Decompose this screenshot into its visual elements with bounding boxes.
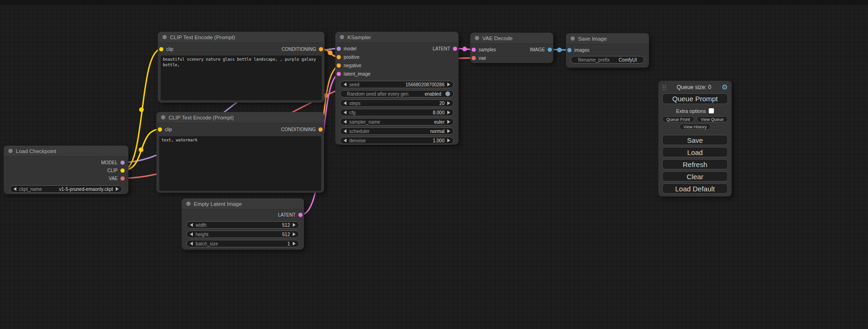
prev-value-arrow-icon[interactable]: [344, 101, 346, 105]
prev-value-arrow-icon[interactable]: [344, 111, 346, 114]
node-save-image[interactable]: Save Image images filename_prefix ComfyU…: [566, 33, 649, 68]
node-title-bar[interactable]: VAE Decode: [470, 33, 553, 44]
node-load-checkpoint[interactable]: Load Checkpoint MODEL CLIP VAE: [4, 146, 128, 194]
input-slot-vae[interactable]: vae: [472, 56, 486, 61]
queue-prompt-button[interactable]: Queue Prompt: [662, 93, 728, 104]
widget-ckpt-name[interactable]: ckpt_name v1-5-pruned-emaonly.ckpt: [10, 185, 122, 193]
collapse-dot-icon[interactable]: [571, 36, 575, 41]
extra-options-checkbox[interactable]: [709, 108, 714, 113]
widget-batch-size[interactable]: batch_size 1: [186, 240, 299, 247]
prev-value-arrow-icon[interactable]: [14, 187, 16, 191]
output-slot-conditioning[interactable]: CONDITIONING: [281, 127, 323, 132]
node-ksampler[interactable]: KSampler model LATENT positive: [335, 32, 459, 145]
widget-denoise[interactable]: denoise 1.000: [340, 137, 454, 144]
slot-dot[interactable]: [298, 213, 303, 217]
input-slot-clip[interactable]: clip: [158, 127, 172, 132]
drag-handle-icon[interactable]: [662, 84, 666, 90]
next-value-arrow-icon[interactable]: [293, 242, 296, 245]
widget-filename-prefix[interactable]: filename_prefix ComfyUI: [571, 56, 644, 63]
widget-scheduler[interactable]: scheduler normal: [340, 127, 454, 135]
output-slot-latent[interactable]: LATENT: [278, 212, 303, 217]
node-clip-text-encode-positive[interactable]: CLIP Text Encode (Prompt) clip CONDITION…: [158, 32, 325, 103]
node-title-bar[interactable]: CLIP Text Encode (Prompt): [156, 112, 324, 123]
save-button[interactable]: Save: [662, 135, 728, 145]
slot-dot[interactable]: [337, 63, 341, 68]
slot-dot[interactable]: [337, 72, 341, 76]
prev-value-arrow-icon[interactable]: [344, 139, 346, 142]
prompt-textarea[interactable]: text, watermark: [159, 136, 321, 191]
queue-front-button[interactable]: Queue Front: [662, 116, 694, 122]
collapse-dot-icon[interactable]: [8, 149, 13, 153]
output-slot-conditioning[interactable]: CONDITIONING: [282, 47, 323, 52]
next-value-arrow-icon[interactable]: [447, 83, 450, 86]
node-title-bar[interactable]: KSampler: [335, 32, 459, 43]
prev-value-arrow-icon[interactable]: [190, 223, 193, 227]
prompt-textarea[interactable]: beautiful scenery nature glass bottle la…: [161, 56, 322, 100]
input-slot-samples[interactable]: samples: [472, 47, 496, 52]
widget-random-seed-toggle[interactable]: Random seed after every gen enabled: [340, 90, 454, 98]
toggle-on-icon[interactable]: [445, 91, 450, 96]
output-slot-image[interactable]: IMAGE: [530, 47, 552, 52]
widget-cfg[interactable]: cfg 8.000: [340, 109, 454, 116]
slot-dot[interactable]: [319, 47, 323, 51]
prev-value-arrow-icon[interactable]: [344, 83, 346, 86]
node-clip-text-encode-negative[interactable]: CLIP Text Encode (Prompt) clip CONDITION…: [156, 112, 324, 193]
next-value-arrow-icon[interactable]: [293, 223, 296, 227]
load-button[interactable]: Load: [662, 147, 728, 157]
next-value-arrow-icon[interactable]: [116, 187, 119, 191]
view-queue-button[interactable]: View Queue: [697, 116, 728, 122]
slot-dot[interactable]: [337, 47, 341, 51]
settings-gear-icon[interactable]: ⚙: [722, 84, 728, 91]
next-value-arrow-icon[interactable]: [447, 120, 450, 124]
refresh-button[interactable]: Refresh: [662, 159, 728, 169]
slot-dot[interactable]: [120, 168, 125, 173]
widget-steps[interactable]: steps 20: [340, 99, 454, 107]
view-history-button[interactable]: View History: [679, 124, 711, 130]
slot-dot[interactable]: [159, 47, 163, 51]
collapse-dot-icon[interactable]: [186, 202, 191, 206]
node-title-bar[interactable]: CLIP Text Encode (Prompt): [158, 32, 325, 43]
slot-dot[interactable]: [318, 127, 323, 132]
node-empty-latent-image[interactable]: Empty Latent Image LATENT width 512 heig: [182, 198, 304, 250]
slot-dot[interactable]: [120, 176, 125, 181]
collapse-dot-icon[interactable]: [162, 35, 167, 39]
output-slot-clip[interactable]: CLIP: [107, 168, 125, 173]
input-slot-images[interactable]: images: [567, 48, 589, 53]
slot-dot[interactable]: [120, 161, 125, 165]
widget-sampler-name[interactable]: sampler_name euler: [340, 118, 454, 126]
slot-dot[interactable]: [548, 48, 552, 52]
input-slot-positive[interactable]: positive: [337, 55, 360, 60]
next-value-arrow-icon[interactable]: [447, 101, 450, 105]
output-slot-model[interactable]: MODEL: [101, 160, 125, 165]
slot-dot[interactable]: [472, 56, 476, 60]
collapse-dot-icon[interactable]: [161, 115, 165, 119]
prev-value-arrow-icon[interactable]: [344, 120, 346, 124]
prev-value-arrow-icon[interactable]: [190, 242, 193, 245]
widget-height[interactable]: height 512: [186, 231, 299, 238]
prev-value-arrow-icon[interactable]: [344, 129, 346, 133]
next-value-arrow-icon[interactable]: [447, 111, 450, 114]
slot-dot[interactable]: [567, 48, 572, 52]
slot-dot[interactable]: [453, 47, 457, 51]
clear-button[interactable]: Clear: [662, 171, 728, 182]
node-title-bar[interactable]: Load Checkpoint: [4, 146, 128, 157]
next-value-arrow-icon[interactable]: [293, 232, 296, 236]
widget-seed[interactable]: seed 156680208700286: [340, 81, 454, 88]
slot-dot[interactable]: [337, 55, 341, 59]
slot-dot[interactable]: [158, 127, 162, 132]
output-slot-latent[interactable]: LATENT: [432, 46, 457, 51]
next-value-arrow-icon[interactable]: [447, 139, 450, 142]
prev-value-arrow-icon[interactable]: [190, 232, 193, 236]
next-value-arrow-icon[interactable]: [447, 129, 450, 133]
node-title-bar[interactable]: Save Image: [566, 33, 649, 44]
widget-width[interactable]: width 512: [186, 221, 299, 229]
load-default-button[interactable]: Load Default: [662, 183, 728, 194]
node-title-bar[interactable]: Empty Latent Image: [182, 198, 304, 210]
input-slot-negative[interactable]: negative: [337, 63, 361, 68]
input-slot-model[interactable]: model: [337, 46, 356, 51]
input-slot-latent-image[interactable]: latent_image: [337, 71, 370, 77]
node-graph-canvas[interactable]: Load Checkpoint MODEL CLIP VAE: [0, 0, 868, 329]
collapse-dot-icon[interactable]: [475, 36, 479, 40]
collapse-dot-icon[interactable]: [340, 35, 344, 39]
node-vae-decode[interactable]: VAE Decode samples IMAGE vae: [470, 33, 553, 63]
